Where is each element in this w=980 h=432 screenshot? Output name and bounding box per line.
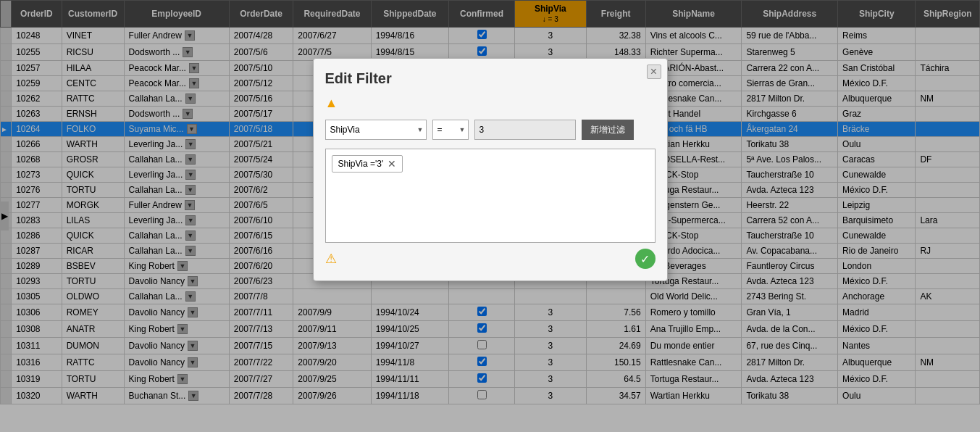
edit-filter-modal: × Edit Filter ▲ ShipVia OrderID Customer…: [313, 58, 668, 281]
filter-tag: ShipVia ='3' ✕: [332, 155, 403, 173]
modal-filter-icon: ▲: [325, 96, 656, 111]
filter-tag-text: ShipVia ='3': [338, 159, 384, 169]
filter-tag-remove-button[interactable]: ✕: [388, 158, 396, 170]
field-select-wrapper: ShipVia OrderID CustomerID EmployeeID Or…: [325, 120, 427, 140]
modal-footer: ⚠ ✓: [325, 249, 656, 269]
table-container: ▶ OrderID CustomerID EmployeeID Ord: [0, 0, 980, 432]
modal-overlay: × Edit Filter ▲ ShipVia OrderID Customer…: [0, 0, 980, 432]
filter-value-input[interactable]: [474, 120, 576, 140]
modal-title: Edit Filter: [325, 70, 656, 87]
operator-select[interactable]: = > < >= <= <>: [432, 120, 469, 140]
modal-close-button[interactable]: ×: [647, 65, 661, 79]
warning-icon: ⚠: [325, 251, 337, 267]
filter-condition-row: ShipVia OrderID CustomerID EmployeeID Or…: [325, 120, 656, 140]
operator-select-wrapper: = > < >= <= <>: [432, 120, 469, 140]
filter-conditions-box: ShipVia ='3' ✕: [325, 149, 656, 243]
add-filter-button[interactable]: 新增过滤: [582, 120, 634, 140]
confirm-button[interactable]: ✓: [635, 249, 656, 269]
field-select[interactable]: ShipVia OrderID CustomerID EmployeeID Or…: [325, 120, 427, 140]
